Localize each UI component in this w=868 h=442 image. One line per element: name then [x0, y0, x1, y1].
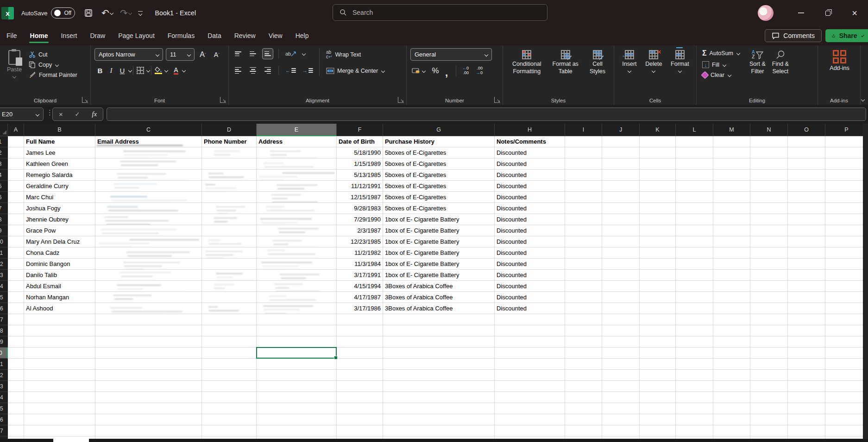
bottom-align-button[interactable]	[262, 48, 273, 59]
cell-D16[interactable]	[202, 303, 257, 314]
cell-L1[interactable]	[676, 136, 713, 147]
cell-D19[interactable]	[202, 336, 257, 347]
cell-L3[interactable]	[676, 158, 713, 170]
cell-K12[interactable]	[640, 259, 676, 270]
cell-L2[interactable]	[676, 147, 713, 158]
cell-O25[interactable]	[788, 403, 825, 414]
tab-help[interactable]: Help	[289, 27, 315, 44]
number-format-select[interactable]: General	[410, 48, 492, 61]
cell-N11[interactable]	[750, 247, 788, 259]
cell-K1[interactable]	[640, 136, 676, 147]
cell-G5[interactable]: 5boxes of E-Cigarettes	[383, 181, 495, 192]
cell-E25[interactable]	[257, 403, 337, 414]
cell-F9[interactable]: 2/3/1987	[337, 225, 383, 236]
row-number-15[interactable]: 15	[0, 292, 8, 303]
cell-I3[interactable]	[565, 158, 602, 170]
alignment-dialog-launcher[interactable]: ↘	[398, 97, 404, 103]
decrease-decimal-button[interactable]: .00→0	[474, 65, 485, 76]
cell-B27[interactable]	[24, 425, 95, 436]
cell-A19[interactable]	[8, 336, 24, 347]
cell-K7[interactable]	[640, 203, 676, 214]
cell-E8[interactable]	[257, 214, 337, 225]
cell-F27[interactable]	[337, 425, 383, 436]
align-left-button[interactable]	[233, 65, 244, 76]
font-size-select[interactable]: 11	[166, 48, 195, 61]
cell-O9[interactable]	[788, 225, 825, 236]
cell-D8[interactable]	[202, 214, 257, 225]
cell-P27[interactable]	[825, 425, 868, 436]
cell-F12[interactable]: 11/3/1984	[337, 259, 383, 270]
cell-P19[interactable]	[825, 336, 868, 347]
close-button[interactable]: ×	[841, 0, 868, 26]
cell-G10[interactable]: 1box of E- Cigarette Battery	[383, 236, 495, 247]
cell-I7[interactable]	[565, 203, 602, 214]
cell-J27[interactable]	[602, 425, 640, 436]
cell-B8[interactable]: Jhennie Oubrey	[24, 214, 95, 225]
cell-I20[interactable]	[565, 347, 602, 359]
formula-input[interactable]	[107, 107, 866, 121]
cell-I13[interactable]	[565, 270, 602, 281]
cell-G22[interactable]	[383, 370, 495, 381]
row-number-12[interactable]: 12	[0, 259, 8, 270]
font-name-select[interactable]: Aptos Narrow	[94, 48, 163, 61]
cell-H17[interactable]	[495, 314, 565, 325]
cell-L20[interactable]	[676, 347, 713, 359]
cell-E7[interactable]	[257, 203, 337, 214]
cell-E10[interactable]	[257, 236, 337, 247]
cell-M10[interactable]	[713, 236, 750, 247]
font-dialog-launcher[interactable]: ↘	[220, 97, 226, 103]
italic-button[interactable]: I	[106, 65, 117, 76]
cell-F2[interactable]: 5/18/1990	[337, 147, 383, 158]
cell-C21[interactable]	[95, 359, 202, 370]
cell-J24[interactable]	[602, 392, 640, 403]
fill-button[interactable]: ↓ Fill	[700, 60, 742, 69]
row-number-8[interactable]: 8	[0, 214, 8, 225]
cell-I26[interactable]	[565, 414, 602, 425]
cell-J23[interactable]	[602, 381, 640, 392]
cell-E12[interactable]	[257, 259, 337, 270]
cell-H16[interactable]: Discounted	[495, 303, 565, 314]
cell-P4[interactable]	[825, 170, 868, 181]
column-header-N[interactable]: N	[750, 124, 788, 136]
format-as-table-button[interactable]: Format as Table	[549, 48, 582, 77]
row-number-13[interactable]: 13	[0, 270, 8, 281]
cell-K14[interactable]	[640, 281, 676, 292]
cell-A23[interactable]	[8, 381, 24, 392]
delete-cells-button[interactable]: × Delete	[642, 48, 665, 74]
cell-M21[interactable]	[713, 359, 750, 370]
cell-P5[interactable]	[825, 181, 868, 192]
format-cells-button[interactable]: Format	[667, 48, 692, 74]
cell-B4[interactable]: Remegio Salarda	[24, 170, 95, 181]
cell-J15[interactable]	[602, 292, 640, 303]
cell-N21[interactable]	[750, 359, 788, 370]
cell-G6[interactable]: 5boxes of E-Cigarettes	[383, 192, 495, 203]
cell-G12[interactable]: 1box of E- Cigarette Battery	[383, 259, 495, 270]
cell-N15[interactable]	[750, 292, 788, 303]
cell-J8[interactable]	[602, 214, 640, 225]
cell-M17[interactable]	[713, 314, 750, 325]
row-number-18[interactable]: 18	[0, 325, 8, 336]
cell-M20[interactable]	[713, 347, 750, 359]
decrease-font-size-button[interactable]: Aˇ	[211, 49, 222, 60]
cell-M7[interactable]	[713, 203, 750, 214]
cell-F3[interactable]: 1/15/1989	[337, 158, 383, 170]
cell-H2[interactable]: Discounted	[495, 147, 565, 158]
cancel-entry-button[interactable]: ×	[59, 110, 63, 118]
cell-H25[interactable]	[495, 403, 565, 414]
cell-D13[interactable]	[202, 270, 257, 281]
cell-C24[interactable]	[95, 392, 202, 403]
cell-O12[interactable]	[788, 259, 825, 270]
cell-J22[interactable]	[602, 370, 640, 381]
cell-A1[interactable]	[8, 136, 24, 147]
cell-M19[interactable]	[713, 336, 750, 347]
cell-H4[interactable]: Discounted	[495, 170, 565, 181]
cell-H7[interactable]: Discounted	[495, 203, 565, 214]
cell-C22[interactable]	[95, 370, 202, 381]
cell-B10[interactable]: Mary Ann Dela Cruz	[24, 236, 95, 247]
cell-M13[interactable]	[713, 270, 750, 281]
cell-F10[interactable]: 12/23/1985	[337, 236, 383, 247]
cell-J14[interactable]	[602, 281, 640, 292]
cell-B15[interactable]: Norhan Mangan	[24, 292, 95, 303]
cell-I22[interactable]	[565, 370, 602, 381]
cell-B14[interactable]: Abdul Esmail	[24, 281, 95, 292]
